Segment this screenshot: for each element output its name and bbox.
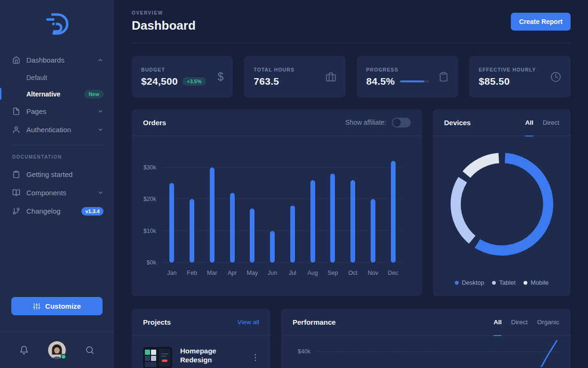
performance-title: Performance xyxy=(293,318,336,326)
devices-card: Devices All Direct DesktopTabletMobile xyxy=(433,109,571,296)
delta-badge: +3.5% xyxy=(183,77,206,86)
bar xyxy=(371,199,375,263)
stat-card-budget: Budget $24,500 +3.5% $ xyxy=(132,56,233,97)
legend-item[interactable]: Mobile xyxy=(524,279,548,286)
tab-organic[interactable]: Organic xyxy=(537,309,559,336)
performance-line xyxy=(540,341,556,367)
avatar[interactable] xyxy=(48,341,66,359)
briefcase-icon xyxy=(326,72,336,82)
sidebar-footer xyxy=(0,332,114,368)
x-tick-label: Mar xyxy=(207,270,217,276)
sidebar-item-label: Changelog xyxy=(26,207,61,215)
bar-column[interactable]: Oct xyxy=(343,161,363,263)
sidebar-item-label: Dashboards xyxy=(26,56,64,64)
bar xyxy=(330,174,335,263)
y-tick-label: $30k xyxy=(132,164,156,171)
tab-all[interactable]: All xyxy=(493,309,501,336)
search-icon[interactable] xyxy=(85,345,95,355)
devices-legend: DesktopTabletMobile xyxy=(433,279,571,286)
toggle-knob xyxy=(393,119,401,127)
stat-label: Budget xyxy=(141,67,206,72)
project-list-item[interactable]: Homepage Redesign ⋮ xyxy=(132,336,270,368)
create-report-button[interactable]: Create Report xyxy=(511,13,571,31)
progress-bar xyxy=(400,80,429,82)
user-icon xyxy=(12,126,20,134)
project-name: Homepage Redesign xyxy=(180,347,232,365)
sidebar-item-components[interactable]: Components xyxy=(0,184,114,202)
bar-column[interactable]: Nov xyxy=(363,161,383,263)
tab-all[interactable]: All xyxy=(525,109,533,136)
x-tick-label: Dec xyxy=(388,270,398,276)
customize-button[interactable]: Customize xyxy=(11,297,103,315)
docs-section-title: Documentation xyxy=(0,152,114,165)
orders-card: Orders Show affiliate: $0k$10k$20k$30k J… xyxy=(132,109,422,296)
chevron-down-icon xyxy=(97,108,103,114)
legend-item[interactable]: Tablet xyxy=(492,279,516,286)
stat-value: $85.50 xyxy=(479,76,536,87)
page-header: Overview Dashboard Create Report xyxy=(132,0,571,33)
new-badge: New xyxy=(84,90,103,98)
stat-label: Effective hourly xyxy=(479,67,536,72)
sidebar-item-alternative[interactable]: Alternative New xyxy=(0,86,114,102)
x-tick-label: May xyxy=(247,270,258,276)
active-indicator xyxy=(0,88,1,100)
x-tick-label: Jan xyxy=(167,270,176,276)
bar-column[interactable]: Feb xyxy=(182,161,202,263)
stat-label: Progress xyxy=(366,67,429,72)
bar-column[interactable]: Dec xyxy=(383,161,403,263)
devices-title: Devices xyxy=(444,119,471,127)
projects-title: Projects xyxy=(143,318,171,326)
sidebar-item-default[interactable]: Default xyxy=(0,69,114,86)
tab-direct[interactable]: Direct xyxy=(543,109,559,136)
logo-icon xyxy=(44,10,70,37)
app-logo[interactable] xyxy=(0,0,114,51)
sidebar-item-label: Default xyxy=(26,74,47,81)
performance-card: Performance All Direct Organic $40k xyxy=(281,309,571,368)
bar-column[interactable]: Jul xyxy=(283,161,303,263)
orders-bars: JanFebMarAprMayJunJulAugSepOctNovDec xyxy=(162,161,403,263)
sidebar-item-authentication[interactable]: Authentication xyxy=(0,120,114,139)
legend-dot xyxy=(524,281,527,285)
chevron-down-icon xyxy=(97,127,103,133)
sidebar-item-label: Components xyxy=(26,189,66,197)
bar xyxy=(310,180,315,263)
bar xyxy=(169,183,174,263)
show-affiliate-toggle[interactable] xyxy=(392,118,411,128)
legend-item[interactable]: Desktop xyxy=(455,279,485,286)
tab-direct[interactable]: Direct xyxy=(511,309,527,336)
y-tick-label: $10k xyxy=(132,228,156,234)
sidebar-item-dashboards[interactable]: Dashboards xyxy=(0,51,114,69)
bar xyxy=(210,168,215,263)
clock-icon xyxy=(550,72,561,82)
bar-column[interactable]: Jan xyxy=(162,161,182,263)
sidebar-item-label: Authentication xyxy=(26,126,71,134)
legend-label: Mobile xyxy=(531,279,548,286)
sidebar-item-label: Getting started xyxy=(26,170,72,178)
sidebar-divider xyxy=(11,145,103,145)
performance-chart: $40k xyxy=(281,338,571,367)
bar-column[interactable]: Aug xyxy=(302,161,323,263)
sidebar-item-label: Alternative xyxy=(26,90,60,98)
sidebar-item-changelog[interactable]: Changelog v1.3.4 xyxy=(0,202,114,220)
page-title: Dashboard xyxy=(132,18,196,33)
stat-card-total-hours: Total hours 763.5 xyxy=(244,56,345,97)
bar-column[interactable]: Sep xyxy=(323,161,343,263)
bell-icon[interactable] xyxy=(19,345,29,355)
projects-card: Projects View all Homepage Redesign ⋮ xyxy=(132,309,270,368)
bar-column[interactable]: Apr xyxy=(222,161,242,263)
page-eyebrow: Overview xyxy=(132,10,196,16)
sliders-icon xyxy=(33,303,40,310)
bar-column[interactable]: Jun xyxy=(262,161,283,263)
main-content: Overview Dashboard Create Report Budget … xyxy=(114,0,588,368)
git-branch-icon xyxy=(12,207,20,215)
bar-column[interactable]: May xyxy=(242,161,262,263)
bar xyxy=(350,180,355,263)
bar-column[interactable]: Mar xyxy=(202,161,222,263)
clipboard-icon xyxy=(438,72,449,82)
more-vertical-icon[interactable]: ⋮ xyxy=(251,347,259,361)
sidebar-item-getting-started[interactable]: Getting started xyxy=(0,165,114,184)
sidebar-item-pages[interactable]: Pages xyxy=(0,102,114,120)
view-all-link[interactable]: View all xyxy=(238,319,259,326)
devices-tabs: All Direct xyxy=(516,109,559,136)
stat-card-progress: Progress 84.5% xyxy=(357,56,458,97)
